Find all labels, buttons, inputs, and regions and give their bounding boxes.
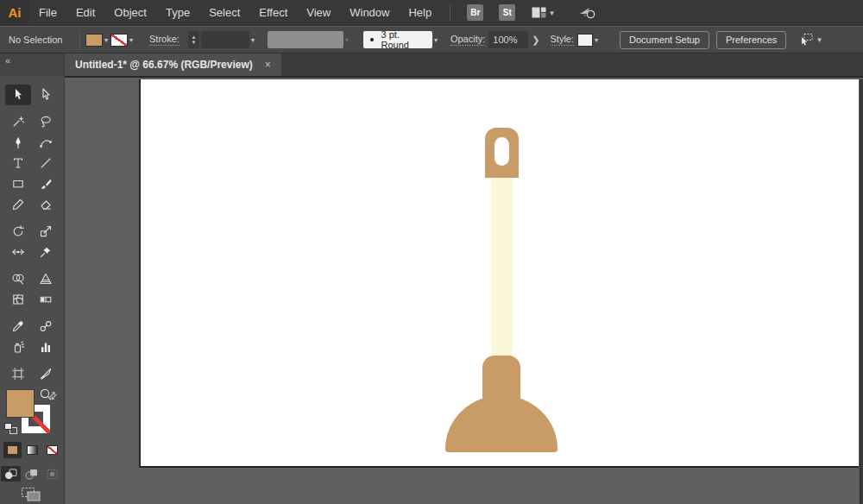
paintbrush-tool[interactable]: [33, 173, 59, 194]
pen-tool[interactable]: [5, 132, 31, 153]
selection-options-button[interactable]: ▾: [798, 33, 822, 47]
workspace-switcher-button[interactable]: ▾: [532, 7, 554, 18]
slice-tool[interactable]: [33, 363, 59, 384]
puppet-warp-tool[interactable]: [33, 242, 59, 262]
gradient-tool[interactable]: [33, 289, 59, 310]
magic-wand-icon: [11, 115, 25, 129]
width-tool[interactable]: [5, 242, 31, 262]
symbol-sprayer-icon: [11, 340, 25, 354]
color-mode-button[interactable]: [3, 442, 22, 458]
symbol-sprayer-tool[interactable]: [5, 337, 31, 357]
type-tool[interactable]: [5, 153, 31, 173]
shaper-tool[interactable]: [5, 194, 31, 215]
gpu-performance-button[interactable]: [578, 6, 595, 20]
plunger-cup-dome-shape[interactable]: [445, 395, 557, 452]
width-profile-dropdown[interactable]: [268, 31, 343, 48]
chevron-down-icon[interactable]: ▾: [817, 35, 822, 44]
stepper-down-icon[interactable]: ▼: [191, 40, 196, 45]
panel-dock-edge[interactable]: [860, 79, 863, 504]
fill-color-swatch[interactable]: [85, 34, 103, 47]
blend-icon: [39, 319, 53, 333]
magic-wand-tool[interactable]: [5, 111, 31, 132]
stock-button[interactable]: St: [499, 4, 515, 21]
style-label[interactable]: Style:: [551, 34, 575, 46]
puppet-warp-icon: [39, 245, 53, 259]
screen-mode-button[interactable]: [21, 487, 41, 504]
type-icon: [11, 156, 25, 170]
draw-behind-button[interactable]: [22, 466, 41, 482]
plunger-shaft-shape[interactable]: [491, 176, 513, 370]
menu-effect[interactable]: Effect: [249, 0, 297, 26]
selection-tool[interactable]: [5, 85, 31, 105]
curvature-icon: [39, 135, 53, 149]
gradient-mode-button[interactable]: [23, 442, 41, 458]
control-bar: No Selection ▾ ▾ Stroke: ▲ ▼ ▾ ▾ 3 pt. R…: [0, 27, 863, 54]
bridge-button[interactable]: Br: [467, 4, 483, 21]
opacity-field[interactable]: 100%: [488, 31, 528, 48]
tab-close-icon[interactable]: ×: [265, 59, 271, 71]
chevron-down-icon[interactable]: ▾: [251, 36, 255, 44]
eraser-icon: [39, 198, 53, 211]
mesh-tool[interactable]: [5, 289, 31, 310]
line-segment-tool[interactable]: [33, 153, 59, 173]
document-setup-button[interactable]: Document Setup: [620, 31, 709, 49]
selection-status: No Selection: [9, 35, 71, 45]
eyedropper-tool[interactable]: [5, 316, 31, 337]
artboard[interactable]: [139, 79, 859, 468]
stroke-weight-field[interactable]: [201, 31, 249, 48]
default-fill-stroke-icon[interactable]: [4, 423, 18, 435]
curvature-tool[interactable]: [33, 132, 59, 153]
rotate-tool[interactable]: [5, 221, 31, 242]
menu-file[interactable]: File: [29, 0, 66, 26]
menu-help[interactable]: Help: [399, 0, 441, 26]
shape-builder-tool[interactable]: [5, 268, 31, 289]
fill-proxy-swatch[interactable]: [6, 389, 35, 418]
scale-tool[interactable]: [33, 221, 59, 242]
stroke-weight-stepper[interactable]: ▲ ▼: [188, 31, 199, 48]
draw-normal-button[interactable]: [1, 466, 21, 482]
document-workspace[interactable]: [65, 79, 863, 504]
screen-mode-icon: [21, 487, 41, 502]
document-tab[interactable]: Untitled-1* @ 66.67% (RGB/Preview) ×: [65, 54, 281, 76]
perspective-grid-icon: [39, 272, 53, 286]
stroke-weight-label[interactable]: Stroke:: [149, 34, 180, 46]
collapse-panel-icon[interactable]: «: [5, 55, 10, 66]
chevron-right-icon[interactable]: ❯: [532, 35, 539, 46]
chevron-down-icon[interactable]: ▾: [434, 36, 438, 44]
menu-view[interactable]: View: [297, 0, 340, 26]
menu-object[interactable]: Object: [104, 0, 156, 26]
plunger-illustration[interactable]: [141, 79, 859, 466]
stroke-color-swatch[interactable]: [110, 34, 128, 47]
blend-tool[interactable]: [33, 316, 59, 337]
rectangle-tool[interactable]: [5, 173, 31, 194]
artboard-tool[interactable]: [5, 363, 31, 384]
menubar-separator: [450, 5, 450, 21]
gpu-performance-icon: [578, 6, 595, 20]
menu-select[interactable]: Select: [199, 0, 249, 26]
eraser-tool[interactable]: [33, 194, 59, 215]
slice-icon: [39, 367, 53, 381]
tool-group: [0, 268, 64, 310]
opacity-label[interactable]: Opacity:: [450, 34, 485, 46]
document-tab-title: Untitled-1* @ 66.67% (RGB/Preview): [75, 59, 253, 71]
draw-inside-button[interactable]: [42, 466, 62, 482]
graphic-style-swatch[interactable]: [577, 34, 593, 47]
menu-edit[interactable]: Edit: [66, 0, 104, 26]
brush-definition-dropdown[interactable]: 3 pt. Round: [363, 31, 432, 48]
lasso-tool[interactable]: [33, 111, 59, 132]
chevron-down-icon[interactable]: ▾: [129, 36, 133, 44]
direct-selection-tool[interactable]: [33, 85, 59, 105]
perspective-grid-tool[interactable]: [33, 268, 59, 289]
chevron-down-icon[interactable]: ▾: [104, 36, 108, 44]
scale-icon: [39, 224, 53, 238]
preferences-button[interactable]: Preferences: [716, 31, 786, 49]
workspace-grid-icon: [532, 7, 546, 18]
none-mode-button[interactable]: [43, 442, 61, 458]
chevron-down-icon[interactable]: ▾: [595, 36, 598, 44]
lasso-icon: [39, 115, 53, 129]
menu-type[interactable]: Type: [156, 0, 199, 26]
menu-window[interactable]: Window: [340, 0, 399, 26]
column-graph-icon: [39, 340, 53, 354]
selection-icon: [11, 88, 25, 102]
column-graph-tool[interactable]: [33, 337, 59, 357]
